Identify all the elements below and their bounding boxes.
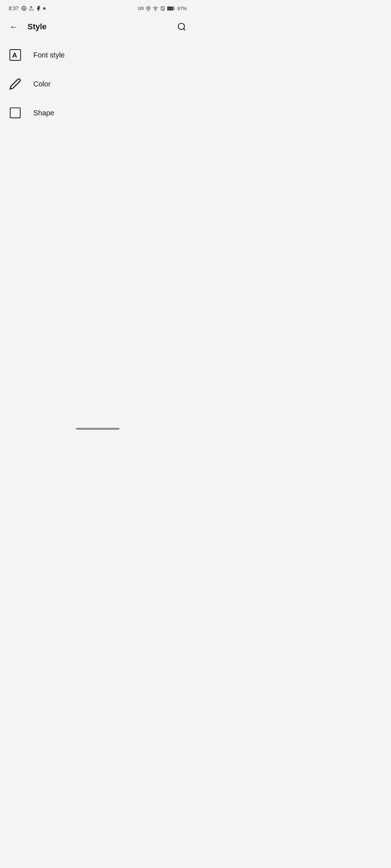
upload-icon <box>29 6 34 11</box>
status-icons-left <box>21 6 46 11</box>
svg-point-3 <box>155 10 156 10</box>
shape-icon <box>9 106 22 119</box>
no-sim-icon <box>160 6 165 11</box>
home-indicator <box>76 428 119 430</box>
menu-item-color[interactable]: Color <box>0 69 196 98</box>
search-button[interactable] <box>174 19 190 35</box>
font-style-label: Font style <box>33 51 65 59</box>
back-button[interactable]: ← <box>6 19 22 35</box>
svg-point-0 <box>24 8 25 9</box>
notification-dot <box>43 7 46 10</box>
menu-list: A Font style Color Shape <box>0 38 196 130</box>
status-bar-right: 120 <box>138 6 187 11</box>
battery-icon <box>167 6 175 11</box>
status-bar: 8:37 <box>0 0 196 16</box>
color-label: Color <box>33 80 51 88</box>
app-bar-left: ← Style <box>6 19 47 35</box>
shape-label: Shape <box>33 109 54 117</box>
wifi-icon <box>153 6 158 11</box>
color-icon <box>9 77 22 90</box>
svg-point-8 <box>178 23 184 29</box>
svg-line-9 <box>184 29 185 30</box>
svg-rect-7 <box>168 7 173 10</box>
svg-rect-12 <box>10 108 20 118</box>
menu-item-font-style[interactable]: A Font style <box>0 41 196 69</box>
svg-point-2 <box>148 7 149 8</box>
status-time: 8:37 <box>9 5 18 11</box>
svg-text:A: A <box>12 51 17 59</box>
font-style-icon: A <box>9 48 22 61</box>
status-bar-left: 8:37 <box>9 5 46 11</box>
search-icon <box>177 22 186 31</box>
app-bar: ← Style <box>0 16 196 38</box>
menu-item-shape[interactable]: Shape <box>0 98 196 127</box>
facebook-icon <box>36 6 41 11</box>
refresh-rate-icon: 120 <box>138 7 144 10</box>
battery-percentage: 87% <box>177 6 187 11</box>
svg-line-5 <box>161 7 164 10</box>
gear-icon <box>21 6 26 11</box>
back-arrow-icon: ← <box>9 22 18 32</box>
page-title: Style <box>28 22 47 31</box>
location-icon <box>146 6 151 11</box>
